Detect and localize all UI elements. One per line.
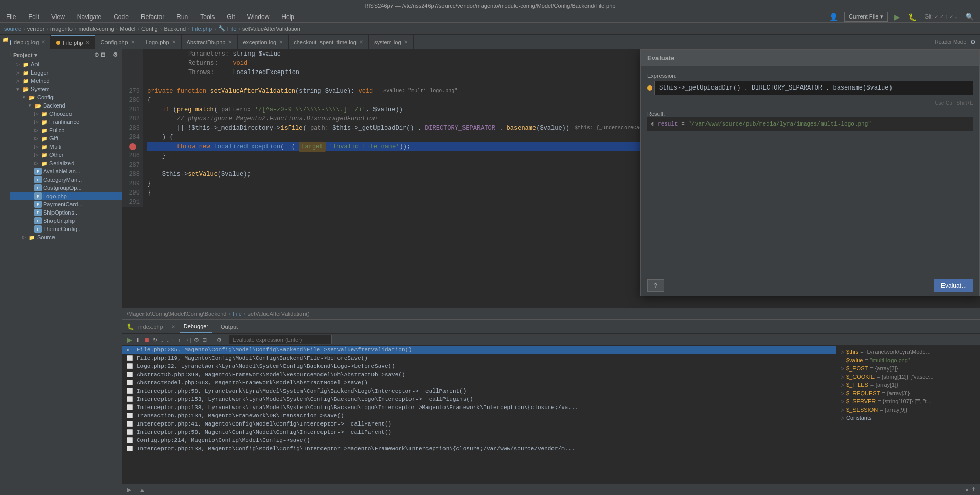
tab-config-php[interactable]: Config.php ✕ bbox=[95, 35, 140, 49]
tab-close-exception-log[interactable]: ✕ bbox=[279, 39, 283, 45]
step-out-btn[interactable]: ↑ bbox=[178, 337, 181, 343]
profile-icon[interactable]: 👤 bbox=[827, 13, 840, 21]
frame-item[interactable]: ⬜ Config.php:214, Magento\Config\Model\C… bbox=[122, 436, 836, 445]
tab-file-php[interactable]: File.php ✕ bbox=[51, 35, 95, 49]
bc-backend[interactable]: Backend bbox=[164, 26, 186, 32]
bc-module-config[interactable]: module-config bbox=[79, 26, 114, 32]
frame-item[interactable]: ⬜ File.php:119, Magento\Config\Model\Con… bbox=[122, 354, 836, 362]
var-item-cookie[interactable]: ▷ $_COOKIE = {string[12]} ["vasee... bbox=[839, 373, 978, 381]
menu-window[interactable]: Window bbox=[245, 13, 272, 21]
tree-item-system[interactable]: ▾ 📂 System bbox=[0, 85, 122, 93]
tab-close-config-php[interactable]: ✕ bbox=[131, 39, 135, 45]
step-into-btn[interactable]: ↓→ bbox=[167, 337, 175, 343]
dropdown-icon[interactable]: ▾ bbox=[34, 52, 37, 58]
frame-item[interactable]: ▶ File.php:285, Magento\Config\Model\Con… bbox=[122, 346, 836, 354]
collapse-icon[interactable]: ⊟ bbox=[101, 51, 105, 58]
tree-item-config[interactable]: ▾ 📂 Config bbox=[0, 93, 122, 101]
menu-view[interactable]: View bbox=[49, 13, 67, 21]
settings-icon[interactable]: ⚙ bbox=[970, 39, 976, 46]
tree-item-serialized[interactable]: ▷ 📁 Serialized bbox=[0, 159, 122, 167]
help-button[interactable]: ? bbox=[647, 279, 664, 292]
frame-item[interactable]: ⬜ Interceptor.php:138, Lyranetwork\Lyra\… bbox=[122, 403, 836, 412]
var-item-post[interactable]: ▷ $_POST = {array[3]} bbox=[839, 364, 978, 373]
bc-method[interactable]: 🔧 bbox=[218, 25, 225, 32]
expand-icon[interactable]: ≡ bbox=[108, 51, 111, 58]
menu-tools[interactable]: Tools bbox=[198, 13, 217, 21]
tab-close-debug-log[interactable]: ✕ bbox=[41, 39, 45, 45]
bc-filephp2[interactable]: File bbox=[227, 26, 237, 32]
tree-item-shipoptions[interactable]: ▷ P ShipOptions... bbox=[0, 208, 122, 217]
var-item-session[interactable]: ▷ $_SESSION = {array[9]} bbox=[839, 405, 978, 414]
run-btn[interactable]: ▶ bbox=[892, 13, 902, 21]
var-item-files[interactable]: ▷ $_FILES = {array[1]} bbox=[839, 381, 978, 389]
menu-navigate[interactable]: Navigate bbox=[75, 13, 103, 21]
tree-item-shopurl[interactable]: ▷ P ShopUrl.php bbox=[0, 217, 122, 225]
tab-debugger[interactable]: Debugger bbox=[180, 320, 212, 333]
tree-item-fullcb[interactable]: ▷ 📁 Fullcb bbox=[0, 126, 122, 134]
tree-item-source[interactable]: ▷ 📁 Source bbox=[0, 233, 122, 241]
tree-item-custgroup[interactable]: ▷ P CustgroupOp... bbox=[0, 184, 122, 192]
debug-btn[interactable]: 🐛 bbox=[906, 13, 919, 21]
rerun-btn[interactable]: ↻ bbox=[153, 337, 157, 343]
sync-icon[interactable]: ⊙ bbox=[94, 51, 99, 58]
pause-btn[interactable]: ⏸ bbox=[135, 337, 141, 343]
tab-close-abstractdb-php[interactable]: ✕ bbox=[228, 39, 232, 45]
menu-help[interactable]: Help bbox=[279, 13, 296, 21]
tab-close-logo-php[interactable]: ✕ bbox=[172, 39, 176, 45]
tree-item-gift[interactable]: ▷ 📁 Gift bbox=[0, 134, 122, 143]
frame-item[interactable]: ⬜ AbstractDb.php:390, Magento\Framework\… bbox=[122, 370, 836, 379]
tab-abstractdb-php[interactable]: AbstractDb.php ✕ bbox=[182, 35, 238, 49]
tab-system-log[interactable]: system.log ✕ bbox=[369, 35, 414, 49]
tab-close-file-php[interactable]: ✕ bbox=[85, 40, 90, 45]
menu-edit[interactable]: Edit bbox=[26, 13, 41, 21]
tree-item-method[interactable]: ▷ 📁 Method bbox=[0, 77, 122, 85]
tree-item-other[interactable]: ▷ 📁 Other bbox=[0, 151, 122, 159]
bc-setvalue[interactable]: setValueAfterValidation bbox=[242, 26, 300, 32]
debug-close[interactable]: ✕ bbox=[171, 324, 175, 329]
current-file-dropdown[interactable]: Current File ▾ bbox=[844, 12, 888, 22]
frame-item[interactable]: ⬜ Interceptor.php:58, Magento\Config\Mod… bbox=[122, 428, 836, 436]
search-btn[interactable]: 🔍 bbox=[964, 13, 976, 21]
tree-item-franfinance[interactable]: ▷ 📁 Franfinance bbox=[0, 118, 122, 126]
frame-item[interactable]: ⬜ Logo.php:22, Lyranetwork\Lyra\Model\Sy… bbox=[122, 362, 836, 370]
var-item-value[interactable]: ▷ $value = "multi-logo.png" bbox=[839, 356, 978, 364]
more-btn[interactable]: ≡ bbox=[210, 337, 213, 343]
reader-mode-btn[interactable]: Reader Mode bbox=[935, 39, 966, 45]
step-over-btn[interactable]: ↓ bbox=[161, 337, 164, 343]
menu-file[interactable]: File bbox=[4, 13, 18, 21]
menu-refactor[interactable]: Refactor bbox=[139, 13, 166, 21]
bc-config[interactable]: Config bbox=[141, 26, 158, 32]
menu-run[interactable]: Run bbox=[174, 13, 190, 21]
settings-debug-btn[interactable]: ⚙ bbox=[217, 337, 222, 343]
menu-code[interactable]: Code bbox=[112, 13, 131, 21]
bc-vendor[interactable]: vendor bbox=[27, 26, 45, 32]
evaluate-button[interactable]: Evaluat... bbox=[934, 279, 973, 292]
tab-logo-php[interactable]: Logo.php ✕ bbox=[140, 35, 182, 49]
tree-item-logger[interactable]: ▷ 📁 Logger bbox=[0, 68, 122, 77]
project-icon[interactable]: 📁 bbox=[3, 37, 8, 43]
tab-exception-log[interactable]: exception.log ✕ bbox=[238, 35, 289, 49]
tree-item-themeconfig[interactable]: ▷ P ThemeConfig... bbox=[0, 225, 122, 233]
frame-item[interactable]: ⬜ Interceptor.php:153, Lyranetwork\Lyra\… bbox=[122, 395, 836, 403]
menu-git[interactable]: Git bbox=[225, 13, 237, 21]
expression-input[interactable] bbox=[654, 81, 973, 95]
frame-item[interactable]: ⬜ Transaction.php:134, Magento\Framework… bbox=[122, 412, 836, 420]
tab-close-checkout-log[interactable]: ✕ bbox=[359, 39, 363, 45]
var-item-this[interactable]: ▷ $this = {Lyranetwork\Lyra\Mode... bbox=[839, 348, 978, 356]
tab-close-system-log[interactable]: ✕ bbox=[404, 39, 408, 45]
gear-icon[interactable]: ⚙ bbox=[113, 51, 118, 58]
tab-checkout-log[interactable]: checkout_spent_time.log ✕ bbox=[289, 35, 369, 49]
eval-expr-btn[interactable]: ⚙ bbox=[194, 337, 199, 343]
var-item-server[interactable]: ▷ $_SERVER = {string[107]} ["", "t... bbox=[839, 397, 978, 405]
bc-magento[interactable]: magento bbox=[50, 26, 73, 32]
frame-item[interactable]: ⬜ Interceptor.php:138, Magento\Config\Mo… bbox=[122, 445, 836, 453]
resume-btn[interactable]: ▶ bbox=[127, 335, 132, 344]
tree-item-api[interactable]: ▷ 📁 Api bbox=[0, 60, 122, 68]
bc-filephp[interactable]: File.php bbox=[192, 26, 212, 32]
breakpoints-btn[interactable]: ⊡ bbox=[202, 337, 207, 343]
var-item-request[interactable]: ▷ $_REQUEST = {array[3]} bbox=[839, 389, 978, 397]
tree-item-multi[interactable]: ▷ 📁 Multi bbox=[0, 143, 122, 151]
var-item-constants[interactable]: ▷ Constants bbox=[839, 414, 978, 422]
frame-item[interactable]: ⬜ AbstractModel.php:663, Magento\Framewo… bbox=[122, 379, 836, 387]
tree-item-choozeo[interactable]: ▷ 📁 Choozeo bbox=[0, 110, 122, 118]
